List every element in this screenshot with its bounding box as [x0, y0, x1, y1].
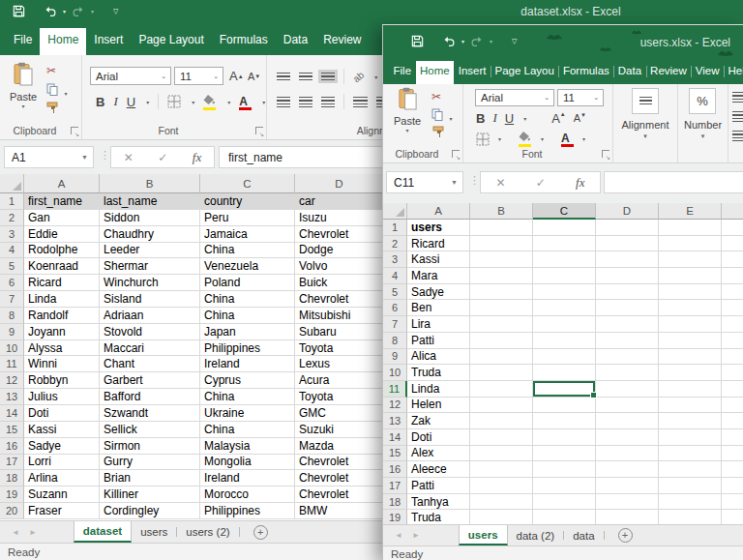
cell-d15[interactable] [596, 446, 659, 462]
cell-e3[interactable] [659, 251, 722, 268]
cell-d14[interactable]: GMC [295, 405, 384, 422]
row-header-6[interactable]: 6 [383, 300, 407, 316]
underline-button[interactable]: U [127, 95, 135, 109]
cell-e14[interactable] [659, 429, 722, 446]
paste-button[interactable]: Paste ▾ [391, 87, 424, 133]
grow-font-icon[interactable]: A▲ [551, 111, 566, 126]
clipboard-dialog-launcher[interactable] [71, 127, 78, 134]
row-header-2[interactable]: 2 [0, 210, 24, 226]
cell-a4[interactable]: Rodolphe [24, 243, 100, 259]
cell-a9[interactable]: Alica [407, 349, 470, 366]
cell-e17[interactable] [659, 478, 722, 494]
row-header-18[interactable]: 18 [0, 470, 24, 486]
name-box[interactable]: C11 ▼ [386, 171, 463, 193]
ribbon-tab-review[interactable]: Review [315, 24, 369, 55]
cell-a17[interactable]: Patti [407, 478, 470, 494]
cell-c3[interactable]: Jamaica [200, 226, 295, 243]
cell-b7[interactable]: Sisland [100, 291, 200, 308]
cell-c19[interactable]: Morocco [200, 486, 295, 503]
cell-b15[interactable]: Sellick [100, 422, 200, 438]
ribbon-tab-file[interactable]: File [6, 24, 40, 55]
cell-b9[interactable] [470, 349, 533, 366]
row-header-20[interactable]: 20 [0, 503, 24, 519]
cell-a4[interactable]: Mara [407, 268, 470, 284]
ribbon-tab-data[interactable]: Data [613, 59, 645, 84]
cell-d11[interactable] [596, 381, 659, 398]
cell-b7[interactable] [470, 316, 533, 333]
cell-c20[interactable]: Philippines [200, 503, 295, 519]
customize-qat-icon[interactable]: ▽ [113, 8, 118, 15]
cell-a11[interactable]: Linda [407, 381, 470, 398]
cell-b5[interactable] [470, 284, 533, 301]
cell-b11[interactable] [470, 381, 533, 398]
cell-a2[interactable]: Ricard [407, 236, 470, 252]
ribbon-tab-page-layout[interactable]: Page Layout [131, 24, 211, 55]
sheet-prev-icon[interactable]: ◄ [395, 531, 402, 540]
cell-d11[interactable]: Lexus [295, 356, 384, 372]
redo-dropdown-icon[interactable]: ▾ [490, 38, 492, 44]
row-header-3[interactable]: 3 [383, 251, 407, 268]
cell-d20[interactable]: BMW [295, 503, 384, 519]
clipboard-dialog-launcher[interactable] [452, 150, 460, 158]
cell-d2[interactable] [596, 236, 659, 252]
cell-c3[interactable] [533, 251, 596, 268]
fill-color-icon[interactable] [203, 95, 217, 109]
cell-a5[interactable]: Sadye [407, 284, 470, 301]
cell-d8[interactable] [596, 333, 659, 349]
row-header-5[interactable]: 5 [0, 258, 24, 275]
cell-d1[interactable] [596, 220, 659, 236]
row-header-6[interactable]: 6 [0, 275, 24, 291]
cell-c19[interactable] [533, 510, 596, 524]
cell-e13[interactable] [659, 413, 722, 429]
cell-c13[interactable]: China [200, 389, 295, 405]
cell-a10[interactable]: Alyssa [24, 340, 100, 357]
row-header-16[interactable]: 16 [383, 461, 407, 478]
cell-e4[interactable] [659, 268, 722, 284]
cell-a12[interactable]: Helen [407, 398, 470, 414]
cell-a15[interactable]: Alex [407, 446, 470, 462]
cell-b1[interactable]: last_name [100, 193, 200, 210]
cell-d1[interactable]: car [295, 193, 384, 210]
cell-a16[interactable]: Sadye [24, 438, 100, 455]
column-header-b[interactable]: B [100, 174, 200, 193]
cell-c18[interactable] [533, 494, 596, 511]
cell-d19[interactable] [596, 510, 659, 524]
cell-b18[interactable]: Brian [100, 470, 200, 486]
cancel-icon[interactable]: ✕ [496, 176, 506, 190]
row-header-17[interactable]: 17 [383, 478, 407, 494]
cell-b17[interactable] [470, 478, 533, 494]
cell-c14[interactable]: Ukraine [200, 405, 295, 422]
font-dialog-launcher[interactable] [255, 127, 263, 134]
cell-b16[interactable] [470, 461, 533, 478]
cell-e16[interactable] [659, 461, 722, 478]
cut-icon[interactable]: ✂ [46, 64, 56, 77]
cell-e2[interactable] [659, 236, 722, 252]
row-header-17[interactable]: 17 [0, 455, 24, 471]
cell-b4[interactable]: Leeder [100, 243, 200, 259]
cell-d5[interactable]: Volvo [295, 258, 384, 275]
row-header-19[interactable]: 19 [383, 510, 407, 524]
cell-b1[interactable] [470, 220, 533, 236]
cell-d15[interactable]: Suzuki [295, 422, 384, 438]
cell-c12[interactable] [533, 398, 596, 414]
row-header-9[interactable]: 9 [0, 324, 24, 340]
undo-icon[interactable] [44, 5, 57, 17]
font-name-select[interactable]: Arial⌄ [475, 89, 554, 106]
row-header-12[interactable]: 12 [383, 398, 407, 414]
enter-icon[interactable]: ✓ [536, 176, 546, 190]
cell-c7[interactable]: China [200, 291, 295, 308]
row-header-14[interactable]: 14 [0, 405, 24, 422]
ribbon-tab-home[interactable]: Home [40, 24, 86, 55]
cell-d9[interactable] [596, 349, 659, 366]
enter-icon[interactable]: ✓ [158, 151, 167, 164]
cell-a20[interactable]: Fraser [24, 503, 100, 519]
cell-a3[interactable]: Kassi [407, 251, 470, 268]
cell-d6[interactable] [596, 300, 659, 316]
row-header-10[interactable]: 10 [0, 340, 24, 357]
cell-b8[interactable] [470, 333, 533, 349]
number-dropdown-icon[interactable]: ▾ [678, 133, 728, 140]
cell-c7[interactable] [533, 316, 596, 333]
ribbon-tab-view[interactable]: View [691, 59, 724, 84]
sheet-tab-users[interactable]: users [132, 521, 176, 543]
cell-c17[interactable] [533, 478, 596, 494]
